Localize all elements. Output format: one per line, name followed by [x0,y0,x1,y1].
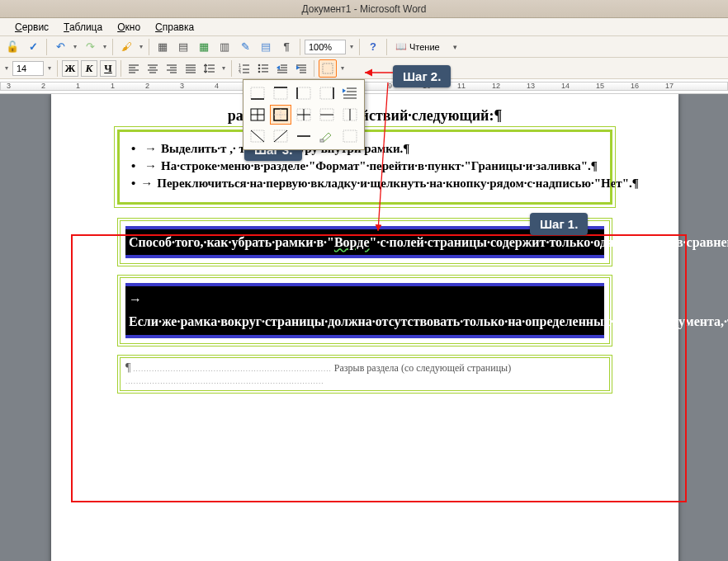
menubar: Сервис Таблица Окно Справка [0,18,728,36]
toolbar-options-icon[interactable]: ▾ [447,38,465,56]
ruler-tick: 3 [7,82,11,90]
align-center-icon[interactable] [144,60,161,77]
border-right-icon[interactable] [316,83,338,94]
ruler-tick: 15 [596,82,604,90]
spellcheck-icon[interactable]: ✓ [24,38,42,56]
format-painter-icon[interactable]: 🖌 [117,38,135,56]
ruler-tick: 16 [631,82,639,90]
svg-rect-46 [320,87,333,94]
help-icon[interactable]: ? [364,38,382,56]
zoom-combo[interactable]: 100% [305,40,346,54]
zoom-value: 100% [309,42,332,52]
redo-caret[interactable]: ▾ [102,43,108,50]
menu-help[interactable]: Справка [149,20,201,35]
bold-button[interactable]: Ж [62,60,78,77]
svg-rect-40 [251,87,264,94]
undo-icon[interactable]: ↶ [51,38,69,56]
menu-table[interactable]: Таблица [57,20,109,35]
ruler-tick: 13 [527,82,535,90]
zoom-caret[interactable]: ▾ [348,43,355,50]
columns-icon[interactable]: ▥ [215,38,234,56]
borders-dropdown[interactable] [243,79,365,94]
font-size-combo[interactable]: 14 [12,61,44,76]
ruler-tick: 1 [111,82,115,90]
window-title: Документ1 - Microsoft Word [301,3,426,15]
svg-rect-44 [297,87,310,94]
ruler-tick: 2 [41,82,45,90]
highlight-caret[interactable]: ▾ [138,43,144,50]
menu-window[interactable]: Окно [111,20,147,35]
book-icon: 📖 [395,41,407,52]
bulleted-list-icon[interactable] [255,60,272,77]
insert-table-icon[interactable]: ▤ [174,38,192,56]
borders-caret[interactable]: ▾ [339,64,346,72]
svg-rect-28 [262,68,268,68]
standard-toolbar: 🔓 ✓ ↶ ▾ ↷ ▾ 🖌 ▾ ▦ ▤ ▦ ▥ ✎ ▤ ¶ 100% ▾ ? 📖… [0,36,728,58]
border-bottom-icon[interactable] [247,83,268,94]
tables-borders-icon[interactable]: ▦ [154,38,172,56]
ruler-tick: 17 [665,82,674,90]
increase-indent-icon[interactable] [293,60,310,77]
pilcrow-icon[interactable]: ¶ [277,38,295,56]
svg-point-29 [258,70,261,73]
ruler-tick: 9 [388,82,392,90]
align-right-icon[interactable] [163,60,180,77]
svg-text:3: 3 [239,70,241,73]
menu-service[interactable]: Сервис [8,20,55,35]
svg-rect-30 [262,71,268,72]
align-justify-icon[interactable] [182,60,199,77]
ruler-tick: 12 [492,82,500,90]
reading-layout-button[interactable]: 📖 Чтение [391,40,444,53]
borders-button[interactable] [319,59,337,78]
window-titlebar: Документ1 - Microsoft Word [0,0,728,18]
underline-button[interactable]: Ч [100,60,116,77]
numbered-list-icon[interactable]: 123 [236,60,253,77]
italic-button[interactable]: К [81,60,97,77]
redo-icon[interactable]: ↷ [81,38,99,56]
ruler-tick: 3 [180,82,184,90]
svg-point-27 [258,67,261,69]
align-left-icon[interactable] [125,60,142,77]
reading-label: Чтение [409,42,440,52]
line-spacing-caret[interactable]: ▾ [220,64,227,72]
border-none-large-icon[interactable] [339,83,361,94]
ruler-tick: 4 [215,82,219,90]
border-left-icon[interactable] [293,83,314,94]
font-size-caret[interactable]: ▾ [46,64,53,72]
doc-map-icon[interactable]: ▤ [257,38,275,56]
permissions-icon[interactable]: 🔓 [3,38,21,56]
line-spacing-icon[interactable] [201,60,218,77]
step-2-label: Шаг 2. [393,65,451,87]
ruler-tick: 2 [145,82,149,90]
style-caret[interactable]: ▾ [3,64,10,72]
formatting-toolbar: ▾ 14 ▾ Ж К Ч ▾ 123 ▾ [0,58,728,79]
border-top-icon[interactable] [270,83,291,94]
svg-rect-26 [262,64,268,65]
excel-icon[interactable]: ▦ [195,38,213,56]
drawing-icon[interactable]: ✎ [236,38,254,56]
ruler-tick: 1 [76,82,80,90]
undo-caret[interactable]: ▾ [72,43,78,50]
font-size-value: 14 [17,64,26,73]
decrease-indent-icon[interactable] [274,60,291,77]
svg-rect-42 [274,87,287,94]
ruler-tick: 14 [561,82,570,90]
ruler-tick: 11 [457,82,466,90]
svg-point-25 [258,64,261,66]
svg-rect-39 [323,64,333,73]
